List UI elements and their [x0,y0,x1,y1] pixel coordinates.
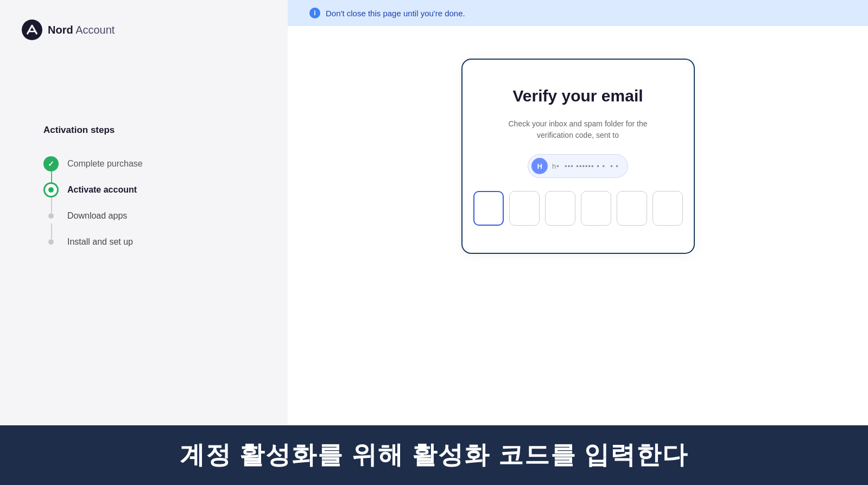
verify-subtitle: Check your inbox and spam folder for the… [495,118,661,141]
verify-title: Verify your email [512,87,643,105]
step-label-complete-purchase: Complete purchase [67,159,143,169]
logo-brand: Nord Account [48,24,115,36]
verify-card: Verify your email Check your inbox and s… [461,59,695,254]
email-masked: h• ••• •••••• • • • • [552,162,619,170]
activation-title: Activation steps [43,125,244,136]
top-banner: i Don't close this page until you're don… [288,0,868,26]
code-input-4[interactable] [581,191,611,226]
verify-content: Verify your email Check your inbox and s… [288,26,868,485]
step-icon-download-apps [43,208,59,224]
content-area: i Don't close this page until you're don… [288,0,868,485]
code-input-1[interactable] [473,191,504,226]
logo-area: Nord Account [0,0,288,60]
email-avatar: H [531,158,548,174]
caption-text: 계정 활성화를 위해 활성화 코드를 입력한다 [180,438,689,472]
code-input-5[interactable] [617,191,647,226]
step-icon-activate-account [43,182,59,197]
caption-bar: 계정 활성화를 위해 활성화 코드를 입력한다 [0,425,868,485]
step-complete-purchase: ✓ Complete purchase [43,151,244,177]
code-inputs[interactable] [473,191,683,226]
code-input-6[interactable] [652,191,683,226]
step-activate-account: Activate account [43,177,244,203]
step-icon-complete-purchase: ✓ [43,156,59,171]
step-download-apps: Download apps [43,203,244,229]
main-container: Nord Account Activation steps ✓ Complete… [0,0,868,485]
step-install-setup: Install and set up [43,229,244,255]
step-label-install-setup: Install and set up [67,237,133,247]
sidebar: Nord Account Activation steps ✓ Complete… [0,0,288,485]
email-chip: H h• ••• •••••• • • • • [528,154,628,178]
banner-text: Don't close this page until you're done. [326,9,465,18]
step-icon-install-setup [43,234,59,250]
svg-point-0 [22,20,42,40]
code-input-3[interactable] [545,191,575,226]
step-label-download-apps: Download apps [67,211,127,221]
info-icon: i [309,8,320,18]
activation-section: Activation steps ✓ Complete purchase Act… [0,60,288,255]
nord-logo-icon [22,20,42,40]
step-label-activate-account: Activate account [67,185,137,195]
steps-list: ✓ Complete purchase Activate account [43,151,244,255]
code-input-2[interactable] [509,191,540,226]
